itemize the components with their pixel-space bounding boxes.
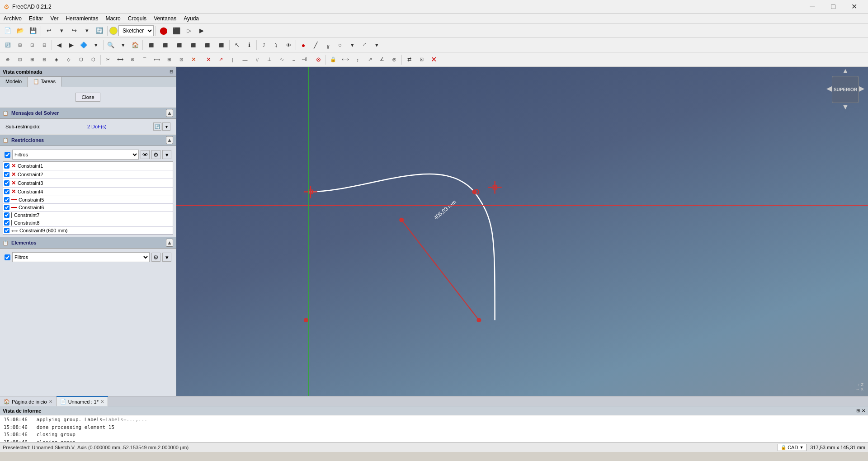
- menu-ventanas[interactable]: Ventanas: [150, 14, 180, 24]
- view-right-face[interactable]: ⬛: [172, 39, 186, 51]
- constrain-equal[interactable]: =: [288, 54, 300, 66]
- c4-check[interactable]: [4, 189, 9, 194]
- tab-inicio-close[interactable]: ✕: [49, 399, 52, 404]
- constraint-item[interactable]: Constraint7: [3, 212, 173, 219]
- nav-cube[interactable]: SUPERIOR: [832, 76, 859, 103]
- menu-croquis[interactable]: Croquis: [124, 14, 150, 24]
- close-sketch-btn[interactable]: ✕: [428, 54, 439, 66]
- view-std[interactable]: ⊟: [38, 39, 50, 51]
- filtros-dropdown[interactable]: Filtros: [12, 150, 139, 160]
- select-tool[interactable]: ↖: [231, 39, 243, 51]
- constrain-angle[interactable]: ∠: [376, 54, 388, 66]
- sketch-tools-g1[interactable]: ⊕: [2, 54, 14, 66]
- open-button[interactable]: 📂: [14, 25, 26, 37]
- constraint-item[interactable]: Constraint5: [3, 196, 173, 204]
- offset-tool[interactable]: ⊞: [163, 54, 175, 66]
- close-panel-button[interactable]: Close: [75, 93, 100, 102]
- constraint-item[interactable]: ✕ Constraint3: [3, 179, 173, 188]
- nav-right-arrow[interactable]: ▶: [859, 84, 864, 93]
- maximize-button[interactable]: □: [823, 0, 844, 14]
- view-right[interactable]: ▶: [66, 39, 77, 51]
- nav-down-arrow[interactable]: ▼: [842, 103, 849, 111]
- save-button[interactable]: 💾: [27, 25, 39, 37]
- sketch-tools-g6[interactable]: ◇: [63, 54, 75, 66]
- view-left[interactable]: ◀: [53, 39, 65, 51]
- constrain-coincident[interactable]: ✕: [203, 54, 214, 66]
- constrain-block[interactable]: ⊗: [312, 54, 324, 66]
- menu-ayuda[interactable]: Ayuda: [180, 14, 203, 24]
- constrain-lock[interactable]: 🔒: [327, 54, 339, 66]
- view-top[interactable]: ⬛: [158, 39, 172, 51]
- c9-check[interactable]: [4, 228, 9, 233]
- menu-editar[interactable]: Editar: [25, 14, 47, 24]
- constraint-item[interactable]: ✕ Constraint2: [3, 170, 173, 179]
- refresh-button[interactable]: 🔄: [94, 25, 105, 37]
- constrain-symmetric[interactable]: ⊣⊢: [300, 54, 312, 66]
- canvas-area[interactable]: 405,03 mm: [176, 67, 868, 396]
- extend-tool[interactable]: ⟷: [114, 54, 126, 66]
- undo-dropdown[interactable]: ▾: [56, 25, 67, 37]
- view-3d-dropdown2[interactable]: ▾: [90, 39, 102, 51]
- elements-filtros-settings[interactable]: ⚙: [151, 253, 160, 262]
- minimize-button[interactable]: ─: [802, 0, 823, 14]
- elements-collapse[interactable]: ▲: [166, 239, 173, 247]
- constrain-horizontal[interactable]: —: [239, 54, 251, 66]
- elements-filtros-dropdown-btn[interactable]: ▾: [162, 253, 171, 262]
- cad-dropdown[interactable]: ▼: [799, 445, 803, 450]
- report-float[interactable]: ⊞: [856, 408, 860, 413]
- new-button[interactable]: 📄: [2, 25, 14, 37]
- redo-dropdown[interactable]: ▾: [81, 25, 93, 37]
- mirror-tool[interactable]: ⟺: [151, 54, 163, 66]
- view-front[interactable]: ⬛: [144, 39, 158, 51]
- constrain-hfix[interactable]: ⟺: [340, 54, 351, 66]
- view-home[interactable]: 🏠: [129, 39, 141, 51]
- close-sketch[interactable]: ⤵: [270, 39, 282, 51]
- attach-origin[interactable]: ⤴: [258, 39, 270, 51]
- constrain-vertical[interactable]: |: [227, 54, 239, 66]
- constrain-vfix[interactable]: ↕: [352, 54, 363, 66]
- menu-macro[interactable]: Macro: [102, 14, 124, 24]
- select-constrained[interactable]: ⊡: [415, 54, 427, 66]
- constraint-item[interactable]: Constraint8: [3, 219, 173, 227]
- c8-check[interactable]: [4, 220, 9, 226]
- line-tool[interactable]: ╱: [310, 39, 321, 51]
- split-tool[interactable]: ⊘: [127, 54, 138, 66]
- constraint-item[interactable]: ✕ Constraint1: [3, 162, 173, 170]
- tab-inicio[interactable]: 🏠 Página de inicio ✕: [0, 396, 57, 406]
- filtros-checkbox[interactable]: [5, 152, 10, 158]
- report-close[interactable]: ✕: [862, 408, 865, 413]
- menu-archivo[interactable]: Archivo: [0, 14, 25, 24]
- constrain-perpendicular[interactable]: ⊥: [264, 54, 275, 66]
- stop-btn[interactable]: ⬤: [158, 25, 170, 37]
- panel-collapse[interactable]: ⊟: [170, 69, 173, 74]
- view-fit-sel[interactable]: ⊡: [26, 39, 38, 51]
- constrain-tangent[interactable]: ∿: [276, 54, 288, 66]
- fillet-tool[interactable]: ⌒: [139, 54, 151, 66]
- refresh-button[interactable]: 🔄: [153, 122, 161, 131]
- filtros-settings[interactable]: ⚙: [151, 150, 160, 159]
- dof-link[interactable]: 2 DoF(s): [87, 124, 107, 129]
- constrain-radius[interactable]: ®: [388, 54, 400, 66]
- constrain-parallel[interactable]: //: [251, 54, 263, 66]
- info-tool[interactable]: ℹ: [243, 39, 255, 51]
- view-back[interactable]: ⬛: [186, 39, 200, 51]
- point-tool[interactable]: ●: [297, 39, 309, 51]
- play-btn[interactable]: ▷: [183, 25, 195, 37]
- polyline-tool[interactable]: ╔: [322, 39, 334, 51]
- c5-check[interactable]: [4, 197, 9, 202]
- view-3d-dropdown[interactable]: 🔷: [78, 39, 90, 51]
- nav-left-arrow[interactable]: ◀: [826, 84, 832, 93]
- view-fit-all[interactable]: ⊞: [14, 39, 26, 51]
- sketch-tools-g3[interactable]: ⊞: [26, 54, 38, 66]
- trim-tool[interactable]: ✂: [102, 54, 114, 66]
- constrain-dist[interactable]: ↗: [364, 54, 376, 66]
- delete-tool[interactable]: ✕: [188, 54, 199, 66]
- circle-dropdown[interactable]: ▾: [346, 39, 358, 51]
- redo-button[interactable]: ↪: [68, 25, 80, 37]
- sketch-tools-g4[interactable]: ⊟: [38, 54, 50, 66]
- nav-up-arrow[interactable]: ▲: [842, 67, 849, 75]
- c6-check[interactable]: [4, 205, 9, 210]
- view-sync[interactable]: 🔃: [2, 39, 14, 51]
- view-sketch[interactable]: 👁: [283, 39, 294, 51]
- array-tool[interactable]: ⊡: [175, 54, 187, 66]
